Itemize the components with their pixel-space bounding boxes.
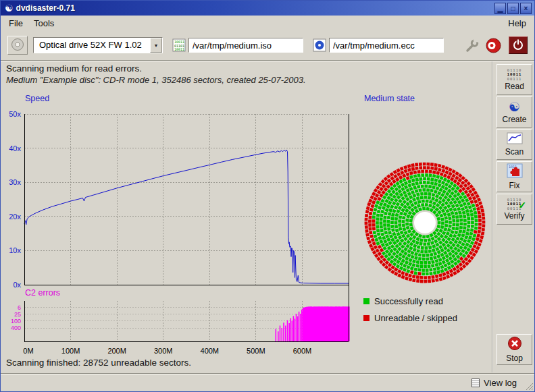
binary-read-icon: 011101001100111 — [507, 68, 522, 82]
stop-icon — [507, 336, 522, 353]
scan-button[interactable]: Scan — [496, 129, 532, 160]
svg-text:10x: 10x — [9, 246, 21, 254]
chevron-down-icon: ▼ — [150, 38, 162, 53]
menu-help[interactable]: Help — [503, 17, 532, 30]
image-file-input[interactable] — [188, 38, 303, 53]
preferences-wrench-icon[interactable] — [463, 37, 480, 53]
svg-text:30x: 30x — [9, 178, 21, 186]
puzzle-fix-icon: 1011 — [507, 163, 523, 180]
drive-select-value: Optical drive 52X FW 1.02 — [34, 38, 150, 53]
svg-text:600M: 600M — [293, 347, 312, 355]
svg-text:400: 400 — [11, 325, 21, 331]
view-log-label: View log — [484, 378, 517, 388]
status-primary: Scanning medium for read errors. — [6, 63, 142, 74]
app-window: ☯ dvdisaster-0.71 ▁ □ × File Tools Help … — [0, 0, 535, 392]
svg-text:6: 6 — [18, 304, 21, 311]
svg-text:100: 100 — [11, 318, 21, 325]
scan-chart-icon — [507, 132, 523, 146]
image-file-icon: 100110110110011 — [172, 38, 186, 52]
legend-unreadable-label: Unreadable / skipped — [374, 313, 457, 323]
scan-button-label: Scan — [505, 147, 524, 157]
ecc-file-input[interactable] — [329, 38, 444, 53]
svg-text:300M: 300M — [154, 347, 173, 355]
legend-unreadable: Unreadable / skipped — [363, 313, 457, 323]
menu-file[interactable]: File — [3, 17, 28, 30]
stop-button[interactable]: Stop — [496, 334, 532, 365]
svg-text:40x: 40x — [9, 144, 21, 152]
svg-text:500M: 500M — [247, 347, 265, 355]
ecc-file-icon — [313, 38, 326, 52]
menu-tools[interactable]: Tools — [28, 17, 59, 30]
toolbar: Optical drive 52X FW 1.02 ▼ 100110110110… — [1, 30, 534, 60]
status-secondary: Medium "Example disc": CD-R mode 1, 3524… — [6, 75, 306, 85]
binary-verify-icon: 011101001100111 ✓ — [507, 198, 522, 211]
create-button[interactable]: ☯ Create — [496, 96, 532, 128]
svg-text:400M: 400M — [201, 347, 220, 355]
disc-icon — [10, 37, 25, 54]
log-icon — [472, 379, 480, 387]
stop-button-label: Stop — [506, 354, 523, 363]
resize-grip[interactable] — [524, 381, 534, 391]
titlebar[interactable]: ☯ dvdisaster-0.71 ▁ □ × — [1, 1, 534, 16]
legend-read: Successfully read — [363, 296, 443, 306]
svg-text:50x: 50x — [9, 110, 21, 118]
medium-state-disc — [361, 159, 489, 287]
fix-button-label: Fix — [509, 181, 520, 190]
dvdisaster-logo-icon[interactable] — [485, 37, 502, 54]
legend-read-label: Successfully read — [374, 296, 443, 306]
verify-button-label: Verify — [504, 211, 524, 221]
view-log-button[interactable]: View log — [467, 376, 521, 389]
svg-text:10011: 10011 — [174, 47, 184, 51]
scan-result-status: Scanning finished: 28752 unreadable sect… — [6, 358, 191, 368]
svg-text:0M: 0M — [23, 347, 33, 355]
svg-text:0x: 0x — [13, 281, 21, 289]
fix-button[interactable]: 1011 Fix — [496, 161, 532, 192]
legend-read-swatch — [363, 298, 370, 304]
toolbar-separator — [1, 60, 534, 61]
svg-text:25: 25 — [14, 311, 21, 318]
create-button-label: Create — [502, 115, 526, 124]
svg-text:20x: 20x — [9, 213, 21, 221]
read-button-label: Read — [505, 82, 524, 91]
yin-yang-icon: ☯ — [509, 101, 520, 114]
drive-eject-button[interactable] — [7, 36, 28, 55]
footerbar: View log — [1, 373, 534, 391]
minimize-button[interactable]: ▁ — [494, 3, 506, 14]
quit-power-button[interactable] — [509, 36, 528, 54]
legend-unreadable-swatch — [363, 315, 370, 321]
close-button[interactable]: × — [520, 3, 532, 14]
maximize-button[interactable]: □ — [507, 3, 519, 14]
svg-text:200M: 200M — [107, 347, 126, 355]
drive-select[interactable]: Optical drive 52X FW 1.02 ▼ — [33, 37, 163, 53]
verify-button[interactable]: 011101001100111 ✓ Verify — [496, 194, 532, 225]
power-icon — [511, 38, 525, 53]
window-title: dvdisaster-0.71 — [16, 3, 75, 13]
read-button[interactable]: 011101001100111 Read — [496, 64, 532, 95]
app-yinyang-icon: ☯ — [5, 3, 14, 13]
menubar: File Tools Help — [1, 16, 534, 30]
check-icon: ✓ — [519, 200, 527, 211]
action-sidebar: 011101001100111 Read ☯ Create Scan 1011 … — [492, 61, 535, 372]
svg-text:100M: 100M — [61, 347, 80, 355]
